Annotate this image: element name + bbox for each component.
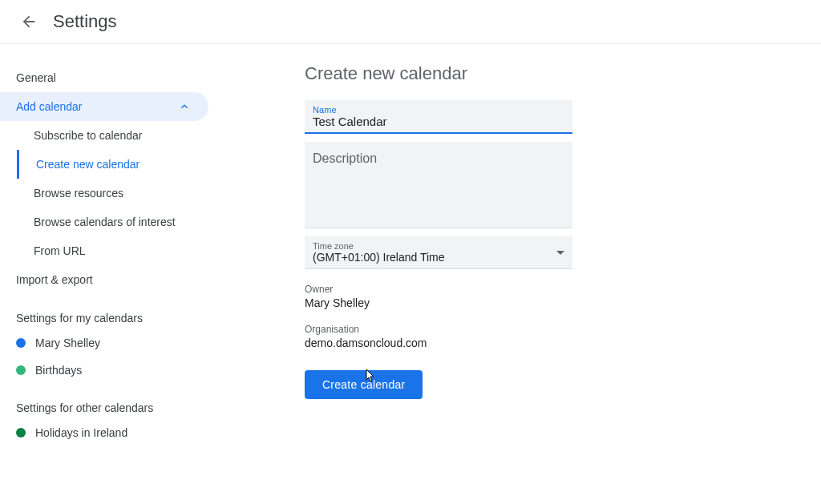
calendar-item-label: Mary Shelley xyxy=(35,337,100,349)
sidebar-item-general[interactable]: General xyxy=(16,63,208,92)
organisation-value: demo.damsoncloud.com xyxy=(305,337,821,349)
calendar-dot-icon xyxy=(16,428,26,437)
main-content: Create new calendar Name Description Tim… xyxy=(208,63,821,446)
sidebar-group-label: Add calendar xyxy=(16,100,83,113)
chevron-up-icon xyxy=(178,100,191,113)
content: General Add calendar Subscribe to calend… xyxy=(0,44,821,446)
calendar-item-holidays[interactable]: Holidays in Ireland xyxy=(16,419,208,446)
sidebar-subitem-browse-resources[interactable]: Browse resources xyxy=(19,179,208,208)
owner-label: Owner xyxy=(305,284,821,295)
organisation-block: Organisation demo.damsoncloud.com xyxy=(305,324,821,349)
sidebar-item-import-export[interactable]: Import & export xyxy=(16,265,208,294)
name-input[interactable] xyxy=(313,115,564,128)
calendar-item-mary-shelley[interactable]: Mary Shelley xyxy=(16,329,208,357)
chevron-down-icon xyxy=(556,251,564,255)
calendar-dot-icon xyxy=(16,338,26,348)
section-label-other-calendars: Settings for other calendars xyxy=(16,384,208,419)
organisation-label: Organisation xyxy=(305,324,821,335)
app-header: Settings xyxy=(0,0,821,44)
timezone-value: (GMT+01:00) Ireland Time xyxy=(313,251,556,264)
calendar-item-label: Holidays in Ireland xyxy=(35,426,127,439)
timezone-select[interactable]: Time zone (GMT+01:00) Ireland Time xyxy=(305,236,572,269)
back-arrow-icon[interactable] xyxy=(19,12,38,31)
timezone-label: Time zone xyxy=(313,241,556,251)
sidebar-subitems: Subscribe to calendar Create new calenda… xyxy=(18,121,208,265)
description-field-container[interactable]: Description xyxy=(305,142,572,228)
header-title: Settings xyxy=(53,11,117,32)
sidebar: General Add calendar Subscribe to calend… xyxy=(0,63,208,446)
sidebar-subitem-subscribe[interactable]: Subscribe to calendar xyxy=(19,121,208,150)
name-field-label: Name xyxy=(313,105,564,115)
create-calendar-button[interactable]: Create calendar xyxy=(305,370,423,399)
timezone-content: Time zone (GMT+01:00) Ireland Time xyxy=(313,241,556,264)
calendar-dot-icon xyxy=(16,365,26,375)
section-label-my-calendars: Settings for my calendars xyxy=(16,294,208,329)
description-field-label: Description xyxy=(313,151,564,166)
sidebar-subitem-browse-interest[interactable]: Browse calendars of interest xyxy=(19,208,208,236)
name-field-container[interactable]: Name xyxy=(305,100,572,134)
page-title: Create new calendar xyxy=(305,63,821,84)
sidebar-group-add-calendar[interactable]: Add calendar xyxy=(0,92,208,121)
owner-block: Owner Mary Shelley xyxy=(305,284,821,309)
calendar-item-birthdays[interactable]: Birthdays xyxy=(16,357,208,384)
owner-value: Mary Shelley xyxy=(305,296,821,309)
sidebar-subitem-create-new-calendar[interactable]: Create new calendar xyxy=(17,150,208,179)
calendar-item-label: Birthdays xyxy=(35,364,82,377)
sidebar-subitem-from-url[interactable]: From URL xyxy=(19,236,208,265)
